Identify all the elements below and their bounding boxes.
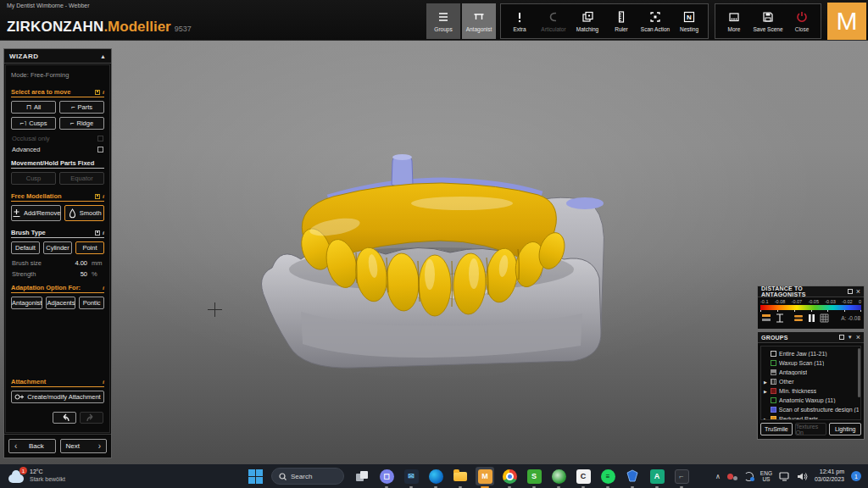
chrome-icon[interactable] bbox=[500, 467, 519, 485]
visibility-checkbox[interactable] bbox=[771, 360, 776, 366]
lighting-button[interactable]: Lighting bbox=[829, 423, 861, 435]
visibility-checkbox[interactable] bbox=[771, 388, 776, 394]
create-attachment-button[interactable]: Create/modify Attachment bbox=[11, 391, 104, 403]
info-icon[interactable]: i bbox=[103, 230, 104, 236]
mail-icon[interactable]: ✉ bbox=[402, 467, 420, 485]
info-icon[interactable]: i bbox=[103, 285, 104, 291]
group-item-antagonist[interactable]: Antagonist bbox=[763, 368, 859, 377]
visibility-checkbox[interactable] bbox=[771, 379, 776, 385]
group-item-waxup-scan[interactable]: Waxup Scan (11) bbox=[763, 358, 859, 368]
distance-color-scale[interactable] bbox=[760, 305, 861, 310]
visibility-checkbox[interactable] bbox=[771, 369, 776, 375]
chat-icon[interactable]: ◻ bbox=[377, 467, 396, 485]
info-icon[interactable]: i bbox=[103, 379, 104, 385]
close-icon[interactable]: × bbox=[856, 334, 860, 341]
weather-widget[interactable]: 1 12°C Stark bewölkt bbox=[0, 469, 246, 484]
visibility-checkbox[interactable] bbox=[771, 407, 776, 413]
spotify-icon[interactable]: ≡ bbox=[598, 467, 617, 485]
brush-point-button[interactable]: Point bbox=[75, 241, 104, 254]
cusp-button[interactable]: Cusp bbox=[11, 172, 56, 185]
sync-icon[interactable] bbox=[744, 472, 754, 481]
equator-button[interactable]: Equator bbox=[59, 172, 104, 185]
a-app-icon[interactable]: A bbox=[648, 467, 666, 485]
group-item-reduced-parts[interactable]: ▶ Reduced Parts bbox=[763, 414, 859, 420]
pause-icon[interactable] bbox=[808, 313, 815, 323]
redo-button[interactable] bbox=[80, 412, 103, 424]
groups-panel-header[interactable]: GROUPS ▼ × bbox=[758, 332, 864, 343]
adaptation-pontic-button[interactable]: Pontic bbox=[79, 297, 104, 309]
distance-panel-header[interactable]: DISTANCE TO ANTAGONISTS × bbox=[758, 286, 864, 297]
expand-arrow-icon[interactable]: ▶ bbox=[763, 389, 768, 394]
back-button[interactable]: ‹ Back bbox=[8, 439, 56, 453]
occlusal-only-checkbox[interactable] bbox=[97, 136, 103, 141]
group-item-min-thickness[interactable]: ▶ Min. thickness bbox=[763, 386, 859, 396]
advanced-checkbox[interactable] bbox=[97, 147, 103, 152]
close-icon[interactable]: × bbox=[856, 288, 860, 296]
toolbar-button-scan-action[interactable]: Scan Action bbox=[638, 4, 672, 38]
group-item-entire-jaw[interactable]: Entire Jaw (11-21) bbox=[763, 349, 859, 358]
expand-arrow-icon[interactable]: ▶ bbox=[763, 380, 768, 385]
toolbar-button-close[interactable]: Close bbox=[785, 4, 819, 38]
task-view-icon[interactable] bbox=[353, 467, 371, 485]
adaptation-antagonist-button[interactable]: Antagonist bbox=[11, 297, 42, 309]
toolbar-button-more[interactable]: More bbox=[717, 4, 751, 38]
toolbar-button-antagonist[interactable]: Antagonist bbox=[462, 3, 496, 39]
add-remove-button[interactable]: Add/Remove bbox=[11, 205, 61, 221]
restore-icon[interactable] bbox=[848, 289, 853, 294]
search-input[interactable]: Search bbox=[271, 468, 344, 485]
visibility-checkbox[interactable] bbox=[771, 416, 776, 420]
clock[interactable]: 12:41 pm 03/02/2023 bbox=[815, 469, 844, 484]
volume-icon[interactable] bbox=[797, 472, 808, 481]
c-app-icon[interactable]: C bbox=[574, 467, 593, 485]
notification-badge[interactable]: 1 bbox=[851, 471, 861, 481]
bars-icon[interactable] bbox=[793, 313, 804, 323]
modellier-logo[interactable]: M bbox=[827, 3, 866, 40]
brush-default-button[interactable]: Default bbox=[11, 241, 40, 254]
expand-arrow-icon[interactable]: ▶ bbox=[763, 417, 768, 421]
select-cusps-button[interactable]: ⌐˥Cusps bbox=[11, 117, 56, 130]
visibility-checkbox[interactable] bbox=[771, 351, 776, 357]
notification-dots-icon[interactable] bbox=[727, 472, 737, 480]
info-icon[interactable]: i bbox=[103, 89, 104, 96]
smooth-button[interactable]: Smooth bbox=[64, 205, 104, 221]
preset-icon[interactable] bbox=[95, 90, 100, 95]
toolbar-button-matching[interactable]: Matching bbox=[570, 4, 604, 38]
group-item-anatomic-waxup[interactable]: Anatomic Waxup (11) bbox=[763, 396, 859, 405]
restore-icon[interactable] bbox=[839, 335, 844, 340]
chevron-down-icon[interactable]: ▼ bbox=[848, 335, 853, 340]
modellier-app-icon[interactable]: M bbox=[476, 467, 494, 485]
network-icon[interactable] bbox=[779, 472, 790, 481]
toolbar-button-articulator[interactable]: Articulator bbox=[537, 4, 570, 38]
language-switcher[interactable]: ENG US bbox=[760, 470, 772, 482]
zirkonzahn-app-icon[interactable]: ⌐ bbox=[672, 467, 691, 485]
group-item-other[interactable]: ▶ Other bbox=[763, 377, 859, 386]
toolbar-button-nesting[interactable]: N Nesting bbox=[672, 4, 706, 38]
shield-app-icon[interactable] bbox=[623, 467, 642, 485]
adaptation-adjacents-button[interactable]: Adjacents bbox=[46, 297, 75, 309]
preset-icon[interactable] bbox=[95, 194, 100, 199]
info-icon[interactable]: i bbox=[103, 193, 104, 200]
select-ridge-button[interactable]: ⌐Ridge bbox=[59, 117, 104, 130]
wizard-header[interactable]: WIZARD ▲ bbox=[4, 49, 111, 64]
edge-browser-icon[interactable] bbox=[426, 467, 445, 485]
undo-button[interactable] bbox=[53, 412, 76, 424]
select-parts-button[interactable]: ⌐Parts bbox=[59, 101, 104, 114]
toolbar-button-groups[interactable]: Groups bbox=[426, 3, 460, 39]
preset-icon[interactable] bbox=[95, 230, 100, 236]
file-explorer-icon[interactable] bbox=[451, 467, 470, 485]
toolbar-button-extra[interactable]: Extra bbox=[503, 4, 537, 38]
grid-icon[interactable] bbox=[820, 313, 829, 323]
textures-button[interactable]: Textures On bbox=[795, 423, 827, 435]
trusmile-button[interactable]: TruSmile bbox=[760, 423, 793, 435]
visibility-checkbox[interactable] bbox=[771, 397, 776, 403]
tray-expand-icon[interactable]: ∧ bbox=[715, 473, 721, 480]
measure-icon[interactable] bbox=[776, 313, 784, 323]
select-all-button[interactable]: ⊓All bbox=[11, 101, 56, 114]
layers-icon[interactable] bbox=[761, 313, 771, 323]
dental-model[interactable] bbox=[250, 100, 623, 384]
strength-value[interactable]: 50 bbox=[81, 270, 87, 278]
next-button[interactable]: Next › bbox=[60, 439, 108, 453]
swirl-app-icon[interactable] bbox=[549, 467, 568, 485]
start-button[interactable] bbox=[246, 467, 264, 485]
brush-size-value[interactable]: 4.00 bbox=[75, 259, 87, 267]
